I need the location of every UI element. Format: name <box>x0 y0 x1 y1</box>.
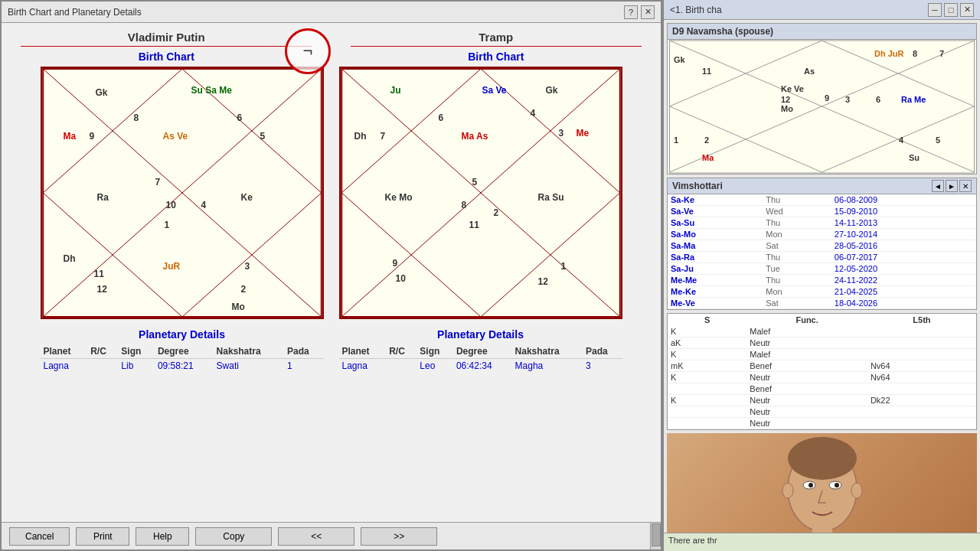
bt-row: Benef <box>668 383 976 395</box>
d9-ma: Ma <box>702 153 714 162</box>
p2-dh: Dh <box>354 131 367 142</box>
pd1-col-degree: Degree <box>155 344 214 359</box>
bt-row: Neutr <box>668 418 976 429</box>
svg-point-25 <box>851 483 862 498</box>
d9-4: 4 <box>899 135 903 145</box>
text-bubble-content: There are thr <box>668 536 717 545</box>
vim-day: Thu <box>763 252 831 263</box>
right-title-bar: <1. Birth cha ─ □ ✕ <box>664 0 980 20</box>
p1-12: 12 <box>97 284 107 295</box>
pd1-col-sign: Sign <box>118 344 155 359</box>
chart1-label: Birth Chart <box>21 51 312 63</box>
p1-7: 7 <box>155 177 161 187</box>
p1-6: 6 <box>237 112 243 123</box>
d9-11: 11 <box>702 67 711 76</box>
d9-6: 6 <box>876 95 880 104</box>
pd2-lagna-pada: 3 <box>583 359 622 373</box>
charts-row: Gk Su Sa Me 8 6 5 Ma 9 As Ve 7 Ra 10 4 K… <box>9 67 653 319</box>
vim-date: 06-08-2009 <box>831 194 976 206</box>
help-button[interactable]: ? <box>624 5 638 19</box>
bt-l5th: Nv64 <box>867 372 976 383</box>
person2-name: Tramp <box>351 31 642 47</box>
p2-6: 6 <box>439 112 444 123</box>
vim-prev-btn[interactable]: ◄ <box>932 180 944 192</box>
bt-s <box>668 406 746 418</box>
vim-row: Me-Ke Mon 21-04-2025 <box>668 286 976 298</box>
vim-next-btn[interactable]: ► <box>946 180 958 192</box>
right-maximize-btn[interactable]: □ <box>944 3 958 17</box>
bt-col-l5th: L5th <box>867 314 976 326</box>
bt-func: Benef <box>746 383 867 395</box>
p1-ke: Ke <box>241 192 253 203</box>
bt-row: Neutr <box>668 406 976 418</box>
bt-s: mK <box>668 360 746 372</box>
p2-ju: Ju <box>390 85 401 96</box>
p2-me: Me <box>577 128 590 139</box>
p2-save: Sa Ve <box>482 85 507 96</box>
d9-rame: Ra Me <box>901 95 926 104</box>
bt-func: Neutr <box>746 372 867 383</box>
right-close-btn[interactable]: ✕ <box>960 3 974 17</box>
copy-button[interactable]: Copy <box>195 527 272 546</box>
p2-kemo: Ke Mo <box>385 192 413 203</box>
right-title-controls: ─ □ ✕ <box>928 3 974 17</box>
vim-close-btn[interactable]: ✕ <box>959 180 972 192</box>
vim-period: Sa-Mo <box>668 229 763 240</box>
print-button[interactable]: Print <box>76 527 129 546</box>
right-panel: <1. Birth cha ─ □ ✕ D9 Navamsha (spouse)… <box>662 0 980 551</box>
scrollbar-right[interactable] <box>650 523 661 549</box>
p1-susame: Su Sa Me <box>191 85 232 96</box>
p1-2: 2 <box>241 284 247 295</box>
pd2-table: Planet R/C Sign Degree Nakshatra Pada La… <box>339 344 622 373</box>
pd2-col-degree: Degree <box>453 344 512 359</box>
p2-10: 10 <box>396 273 406 284</box>
p2-8: 8 <box>462 200 467 210</box>
p2-rasu: Ra Su <box>538 192 564 203</box>
d9-dhjur: Dh JuR <box>874 49 904 58</box>
p2-9: 9 <box>393 258 398 269</box>
vim-date: 14-11-2013 <box>831 217 976 229</box>
p1-5: 5 <box>260 131 266 142</box>
vim-date: 15-09-2010 <box>831 206 976 217</box>
p1-mo: Mo <box>232 302 245 312</box>
bottom-bar: Cancel Print Help Copy << >> <box>2 522 661 549</box>
planetary-details-1: Planetary Details Planet R/C Sign Degree… <box>41 328 324 373</box>
pd2-lagna-nakshatra: Magha <box>512 359 583 373</box>
bt-func: Neutr <box>746 395 867 406</box>
chart1-svg <box>42 68 322 318</box>
bt-row: K Neutr Dk22 <box>668 395 976 406</box>
next-button[interactable]: >> <box>361 527 437 546</box>
d9-2: 2 <box>704 135 709 145</box>
vim-day: Thu <box>763 275 831 286</box>
p1-9: 9 <box>90 131 95 142</box>
p1-10: 10 <box>166 200 176 210</box>
pd1-table: Planet R/C Sign Degree Nakshatra Pada La… <box>41 344 324 373</box>
planetary-section: Planetary Details Planet R/C Sign Degree… <box>2 328 661 373</box>
vim-row: Sa-Ju Tue 12-05-2020 <box>668 263 976 275</box>
close-button[interactable]: ✕ <box>641 5 655 19</box>
vim-period: Me-Me <box>668 275 763 286</box>
bt-s: K <box>668 372 746 383</box>
bottom-table-section: S Func. L5th K Malef aK Neutr K Malef mK… <box>667 313 977 430</box>
vim-day: Thu <box>763 217 831 229</box>
vim-date: 24-11-2022 <box>831 275 976 286</box>
right-minimize-btn[interactable]: ─ <box>928 3 942 17</box>
p2-5: 5 <box>472 177 478 187</box>
bt-s: K <box>668 349 746 360</box>
p1-8: 8 <box>134 112 139 123</box>
bt-s <box>668 418 746 429</box>
vim-period: Me-Ve <box>668 298 763 309</box>
help-bottom-button[interactable]: Help <box>136 527 189 546</box>
pd2-row-lagna: Lagna Leo 06:42:34 Magha 3 <box>339 359 622 373</box>
bt-func: Malef <box>746 326 867 337</box>
bt-s <box>668 383 746 395</box>
d9-keve: Ke Ve <box>781 84 804 93</box>
scrollbar-thumb[interactable] <box>652 523 661 546</box>
vim-row: Me-Me Thu 24-11-2022 <box>668 275 976 286</box>
indicator-symbol: ¬ <box>303 41 313 61</box>
d9-9: 9 <box>825 93 829 103</box>
pd1-lagna-rc <box>87 359 118 373</box>
cancel-button[interactable]: Cancel <box>9 527 70 546</box>
prev-button[interactable]: << <box>278 527 354 546</box>
vim-title: Vimshottari <box>672 181 723 191</box>
